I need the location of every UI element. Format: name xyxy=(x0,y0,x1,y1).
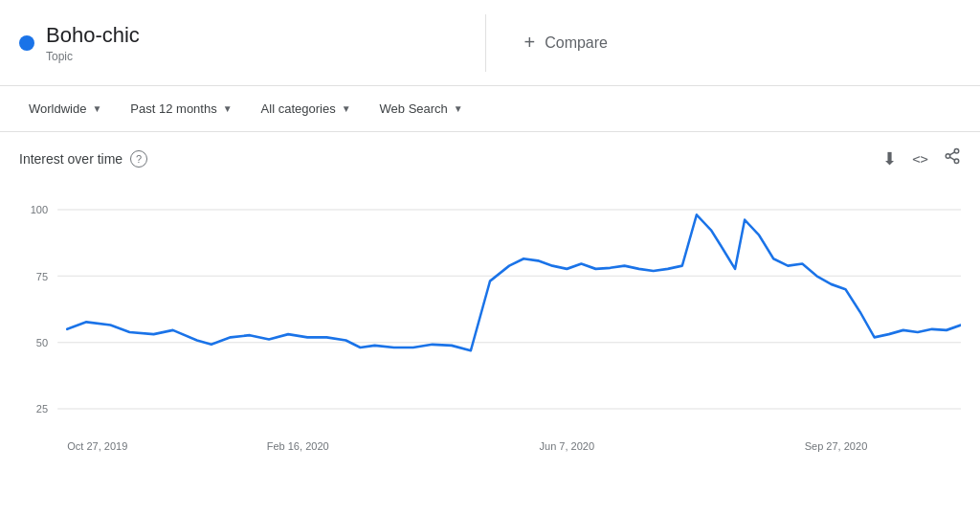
help-icon[interactable]: ? xyxy=(130,150,147,168)
x-label-sep: Sep 27, 2020 xyxy=(805,439,868,451)
search-type-chevron-icon: ▼ xyxy=(454,103,463,114)
y-label-75: 75 xyxy=(36,270,48,281)
header-divider xyxy=(485,14,486,72)
chart-header: Interest over time ? ⬇ <> xyxy=(19,147,961,169)
region-label: Worldwide xyxy=(29,101,86,116)
filter-bar: Worldwide ▼ Past 12 months ▼ All categor… xyxy=(0,86,980,132)
category-chevron-icon: ▼ xyxy=(342,103,351,114)
help-icon-symbol: ? xyxy=(136,153,142,165)
region-chevron-icon: ▼ xyxy=(92,103,101,114)
header: Boho-chic Topic + Compare xyxy=(0,0,980,86)
time-label: Past 12 months xyxy=(130,101,216,116)
topic-label: Topic xyxy=(46,50,140,63)
y-label-50: 50 xyxy=(36,337,48,348)
topic-color-dot xyxy=(19,35,34,51)
embed-code-icon[interactable]: <> xyxy=(912,151,928,167)
download-icon[interactable]: ⬇ xyxy=(882,148,897,169)
y-label-25: 25 xyxy=(36,403,48,415)
svg-line-3 xyxy=(949,157,954,160)
chart-svg: 100 75 50 25 Oct 27, 2019 Feb 16, 2020 J… xyxy=(19,179,961,485)
chart-title: Interest over time xyxy=(19,151,122,167)
share-icon[interactable] xyxy=(944,147,961,169)
category-filter[interactable]: All categories ▼ xyxy=(252,96,361,122)
topic-name: Boho-chic xyxy=(46,23,140,48)
x-label-feb: Feb 16, 2020 xyxy=(267,439,329,451)
x-label-oct: Oct 27, 2019 xyxy=(67,439,127,451)
trend-line xyxy=(67,214,961,350)
region-filter[interactable]: Worldwide ▼ xyxy=(19,96,111,122)
topic-info: Boho-chic Topic xyxy=(46,23,140,63)
svg-line-4 xyxy=(949,152,954,155)
chart-actions: ⬇ <> xyxy=(882,147,961,169)
interest-over-time-chart: 100 75 50 25 Oct 27, 2019 Feb 16, 2020 J… xyxy=(19,179,961,485)
compare-label: Compare xyxy=(545,34,608,52)
compare-plus-icon: + xyxy=(524,32,536,54)
category-label: All categories xyxy=(261,101,336,116)
time-chevron-icon: ▼ xyxy=(223,103,233,114)
x-label-jun: Jun 7, 2020 xyxy=(540,439,595,451)
y-label-100: 100 xyxy=(31,204,48,215)
compare-section[interactable]: + Compare xyxy=(515,32,962,54)
chart-title-group: Interest over time ? xyxy=(19,150,147,168)
time-filter[interactable]: Past 12 months ▼ xyxy=(121,96,241,122)
topic-section: Boho-chic Topic xyxy=(19,23,457,63)
search-type-filter[interactable]: Web Search ▼ xyxy=(370,96,473,122)
search-type-label: Web Search xyxy=(380,101,448,116)
chart-section: Interest over time ? ⬇ <> xyxy=(0,132,980,501)
